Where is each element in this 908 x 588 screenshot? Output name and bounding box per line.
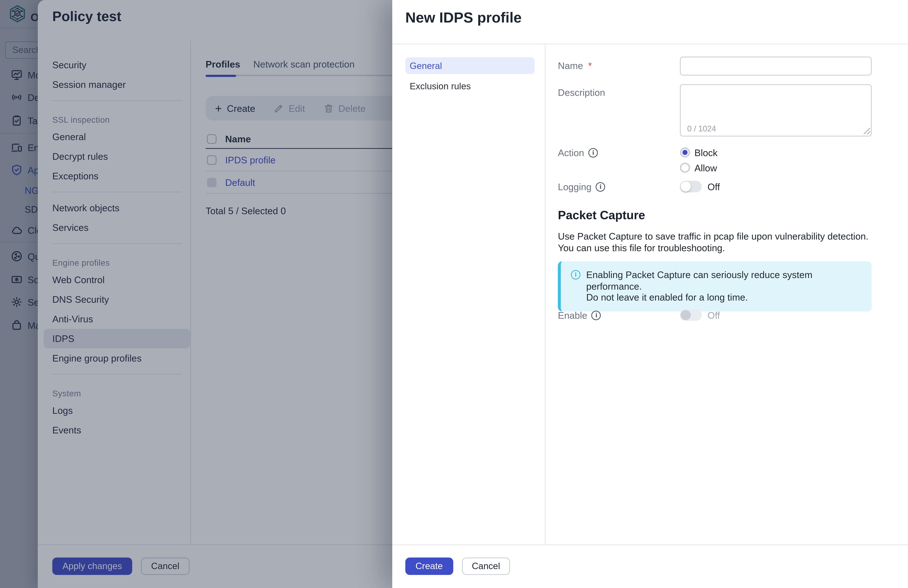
radio-block[interactable] <box>680 147 690 157</box>
logging-label: Logging <box>558 182 605 192</box>
name-label-text: Name <box>558 60 583 71</box>
description-label-text: Description <box>558 87 605 98</box>
char-counter: 0 / 1024 <box>687 124 716 133</box>
description-line: Use Packet Capture to save traffic in pc… <box>558 231 868 242</box>
logging-toggle[interactable] <box>680 181 702 192</box>
enable-label: Enable <box>558 310 601 321</box>
dialog-footer: Create Cancel <box>405 557 510 575</box>
warning-banner: Enabling Packet Capture can seriously re… <box>558 261 872 311</box>
dialog-nav-exclusion-rules[interactable]: Exclusion rules <box>405 78 534 94</box>
divider <box>392 43 908 44</box>
toggle-knob <box>681 310 691 320</box>
name-label: Name* <box>558 60 592 71</box>
dialog-nav-general[interactable]: General <box>405 57 534 74</box>
divider <box>545 44 546 545</box>
warning-text: Enabling Packet Capture can seriously re… <box>586 269 861 303</box>
description-line: You can use this file for troubleshootin… <box>558 242 868 253</box>
radio-allow[interactable] <box>680 162 690 173</box>
radio-block-label[interactable]: Block <box>694 147 718 158</box>
name-field[interactable] <box>680 56 872 76</box>
dialog-title: New IDPS profile <box>405 10 522 26</box>
action-label: Action <box>558 147 598 158</box>
cancel-dialog-button[interactable]: Cancel <box>462 557 510 575</box>
info-icon[interactable] <box>589 148 598 157</box>
required-marker: * <box>588 60 592 71</box>
enable-label-text: Enable <box>558 310 587 321</box>
toggle-knob <box>681 182 691 192</box>
section-heading-packet-capture: Packet Capture <box>558 208 645 222</box>
dialog-nav: General Exclusion rules <box>405 57 534 94</box>
enable-toggle <box>680 309 702 321</box>
create-submit-button[interactable]: Create <box>405 557 453 575</box>
action-label-text: Action <box>558 147 584 158</box>
screen: Op Mor Dete <box>0 0 908 588</box>
warning-line: Do not leave it enabled for a long time. <box>586 292 861 303</box>
enable-state: Off <box>707 310 720 321</box>
radio-allow-label[interactable]: Allow <box>694 162 717 174</box>
divider <box>392 545 908 545</box>
description-label: Description <box>558 87 605 98</box>
info-icon[interactable] <box>592 311 601 320</box>
resize-handle[interactable] <box>864 128 870 134</box>
new-idps-profile-dialog: New IDPS profile × General Exclusion rul… <box>392 0 908 588</box>
logging-state: Off <box>707 182 720 192</box>
info-icon[interactable] <box>596 182 605 192</box>
packet-capture-description: Use Packet Capture to save traffic in pc… <box>558 231 868 253</box>
warning-line: Enabling Packet Capture can seriously re… <box>586 269 861 292</box>
info-icon <box>571 270 580 280</box>
logging-label-text: Logging <box>558 182 591 192</box>
